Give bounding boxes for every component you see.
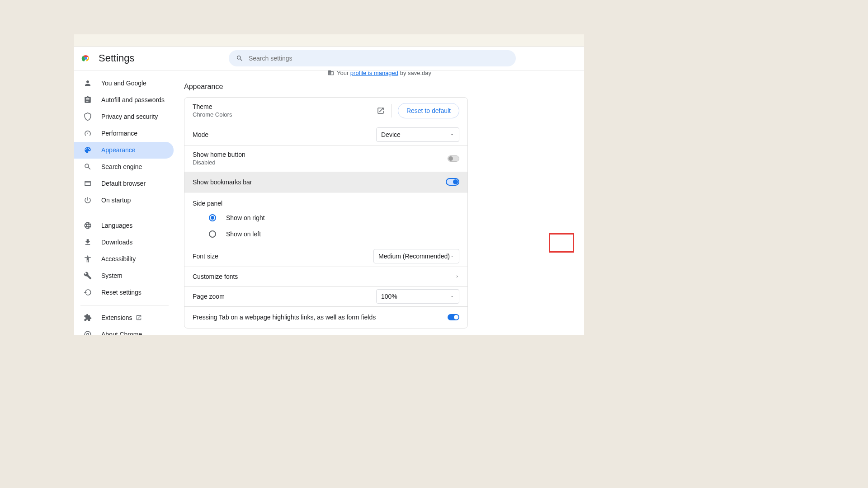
- page-zoom-row: Page zoom 100%: [184, 287, 467, 307]
- mode-row: Mode Device: [184, 124, 467, 145]
- chrome-outline-icon: [83, 330, 92, 335]
- svg-point-4: [87, 333, 89, 335]
- sidebar-item-system[interactable]: System: [74, 267, 175, 284]
- browser-icon: [83, 179, 92, 188]
- browser-chrome-strip: [74, 34, 584, 47]
- sidebar-item-reset[interactable]: Reset settings: [74, 284, 175, 301]
- sidebar-item-downloads[interactable]: Downloads: [74, 234, 175, 251]
- side-panel-right-label: Show on right: [226, 214, 265, 221]
- radio-unselected-icon: [209, 230, 216, 238]
- sidebar-item-label: Reset settings: [101, 289, 142, 296]
- sidebar-item-label: Default browser: [101, 180, 146, 187]
- bookmarks-label: Show bookmarks bar: [193, 178, 446, 186]
- tab-highlight-row: Pressing Tab on a webpage highlights lin…: [184, 307, 467, 328]
- chrome-logo-icon: [81, 54, 90, 63]
- font-size-row: Font size Medium (Recommended): [184, 246, 467, 267]
- theme-value: Chrome Colors: [193, 111, 377, 118]
- divider: [80, 305, 169, 305]
- bookmarks-toggle[interactable]: [446, 178, 459, 186]
- person-icon: [83, 79, 92, 88]
- side-panel-left-label: Show on left: [226, 230, 261, 238]
- tab-highlight-toggle[interactable]: [448, 314, 459, 320]
- sidebar-item-label: Privacy and security: [101, 113, 158, 120]
- sidebar: You and Google Autofill and passwords Pr…: [74, 70, 175, 335]
- svg-point-2: [85, 57, 87, 59]
- globe-icon: [83, 221, 92, 230]
- chevron-down-icon: [450, 294, 454, 299]
- search-icon: [236, 55, 243, 62]
- sidebar-item-languages[interactable]: Languages: [74, 217, 175, 234]
- restore-icon: [83, 288, 92, 297]
- managed-link[interactable]: profile is managed: [350, 70, 398, 76]
- sidebar-item-label: Extensions: [101, 314, 132, 321]
- svg-point-3: [85, 331, 91, 334]
- open-in-new-icon[interactable]: [377, 107, 385, 115]
- sidebar-item-extensions[interactable]: Extensions: [74, 310, 175, 326]
- settings-window: Settings You and Google Autofill and pas…: [74, 34, 584, 335]
- wrench-icon: [83, 271, 92, 280]
- sidebar-item-autofill[interactable]: Autofill and passwords: [74, 92, 175, 108]
- font-size-select[interactable]: Medium (Recommended): [373, 249, 459, 263]
- sidebar-item-label: You and Google: [101, 80, 146, 87]
- customize-fonts-label: Customize fonts: [193, 273, 455, 280]
- side-panel-left-option[interactable]: Show on left: [184, 226, 467, 242]
- reset-default-button[interactable]: Reset to default: [398, 103, 459, 118]
- chevron-right-icon: [455, 274, 459, 279]
- open-in-new-icon: [136, 314, 142, 321]
- zoom-select[interactable]: 100%: [376, 289, 459, 304]
- download-icon: [83, 238, 92, 247]
- appearance-card: Theme Chrome Colors Reset to default Mod…: [184, 97, 468, 328]
- speedometer-icon: [83, 129, 92, 138]
- search-settings[interactable]: [229, 50, 516, 66]
- sidebar-item-performance[interactable]: Performance: [74, 125, 175, 142]
- annotation-highlight: [549, 233, 574, 253]
- palette-icon: [83, 145, 92, 155]
- body: You and Google Autofill and passwords Pr…: [74, 70, 584, 335]
- sidebar-item-label: Downloads: [101, 239, 132, 246]
- sidebar-item-about[interactable]: About Chrome: [74, 326, 175, 335]
- sidebar-item-on-startup[interactable]: On startup: [74, 192, 175, 209]
- page-title: Settings: [99, 52, 135, 64]
- sidebar-item-search-engine[interactable]: Search engine: [74, 159, 175, 175]
- mode-select[interactable]: Device: [376, 127, 459, 142]
- managed-prefix: Your: [337, 70, 350, 76]
- chevron-down-icon: [450, 132, 454, 137]
- side-panel-group: Side panel Show on right Show on left: [184, 192, 467, 246]
- sidebar-item-appearance[interactable]: Appearance: [74, 142, 174, 159]
- sidebar-item-label: Performance: [101, 130, 137, 137]
- sidebar-item-label: Autofill and passwords: [101, 96, 165, 103]
- extension-icon: [83, 313, 92, 322]
- sidebar-item-label: System: [101, 272, 123, 279]
- home-button-row: Show home button Disabled: [184, 145, 467, 172]
- clipboard-icon: [83, 95, 92, 104]
- header: Settings: [74, 47, 584, 70]
- home-button-toggle[interactable]: [448, 155, 459, 162]
- zoom-label: Page zoom: [193, 293, 376, 300]
- bookmarks-bar-row: Show bookmarks bar: [184, 172, 467, 192]
- managed-suffix: by save.day: [398, 70, 431, 76]
- shield-icon: [83, 112, 92, 121]
- fontsize-label: Font size: [193, 253, 373, 260]
- sidebar-item-you-and-google[interactable]: You and Google: [74, 75, 175, 92]
- section-title: Appearance: [184, 83, 575, 91]
- sidebar-item-label: Search engine: [101, 163, 142, 170]
- theme-row[interactable]: Theme Chrome Colors Reset to default: [184, 98, 467, 124]
- sidebar-item-label: Accessibility: [101, 255, 136, 263]
- sidebar-item-accessibility[interactable]: Accessibility: [74, 251, 175, 267]
- divider: [80, 213, 169, 213]
- accessibility-icon: [83, 254, 92, 263]
- sidebar-item-label: Languages: [101, 222, 132, 229]
- sidebar-item-label: Appearance: [101, 146, 136, 154]
- content: Your profile is managed by save.day Appe…: [175, 70, 584, 335]
- search-icon: [83, 162, 92, 171]
- customize-fonts-row[interactable]: Customize fonts: [184, 267, 467, 287]
- chevron-down-icon: [450, 254, 454, 258]
- sidebar-item-default-browser[interactable]: Default browser: [74, 175, 175, 192]
- mode-value: Device: [381, 131, 401, 138]
- search-input[interactable]: [249, 55, 509, 62]
- sidebar-item-privacy[interactable]: Privacy and security: [74, 108, 175, 125]
- home-label: Show home button: [193, 151, 448, 158]
- zoom-value: 100%: [381, 293, 397, 300]
- sidebar-item-label: About Chrome: [101, 331, 142, 335]
- side-panel-right-option[interactable]: Show on right: [184, 210, 467, 226]
